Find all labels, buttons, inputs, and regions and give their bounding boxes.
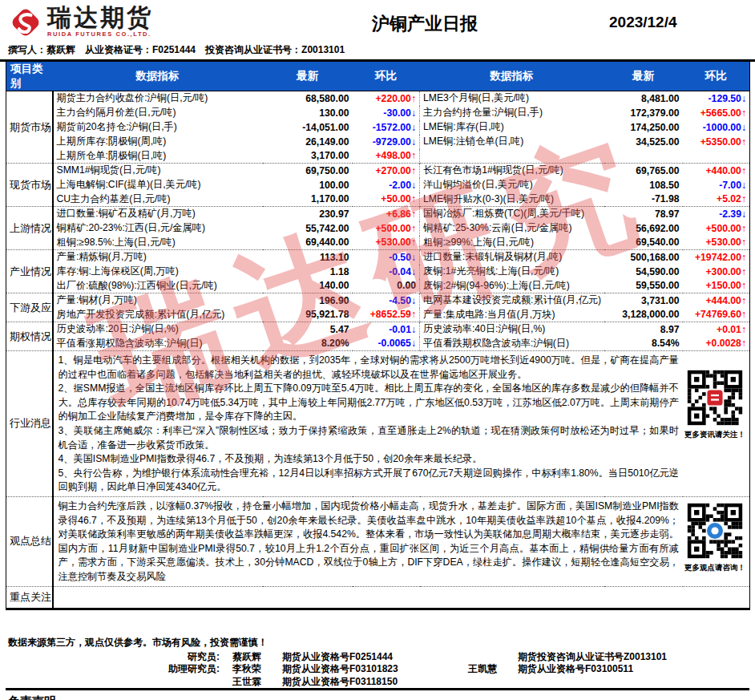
researcher-name: 王世霖	[232, 676, 282, 689]
table-row: 上海电解铜:CIF(提单)(日,美元/吨)100.00-2.00↓洋山铜均溢价(…	[6, 178, 750, 192]
change-value: +5665.00↑	[683, 106, 750, 120]
indicator-label: 上期所库存:阴极铜(周,吨)	[53, 135, 263, 149]
table-row: 期权情况历史波动率:20日:沪铜(日,%)5.47-0.01↓历史波动率:40日…	[6, 322, 750, 337]
indicator-label: 期货前20名持仓:沪铜(日,手)	[53, 120, 263, 135]
indicator-label: 历史波动率:40日:沪铜(日,%)	[420, 322, 604, 337]
indicator-label: CU主力合约基差(日,元/吨)	[53, 192, 263, 207]
researchers-block: 研究员:蔡跃辉期货从业资格号F0251444期货投资咨询从业证书号Z001310…	[136, 651, 755, 689]
indicator-label: 平值看跌期权隐含波动率:沪铜(日)	[420, 337, 604, 351]
latest-value: 130.00	[263, 106, 353, 120]
category-cell: 现货市场	[6, 164, 53, 207]
table-row: 上游情况进口数量:铜矿石及精矿(月,万吨)230.97+6.86↑国铜冶炼厂:粗…	[6, 207, 750, 221]
section-row: 观点总结铜主力合约先涨后跌，以涨幅0.37%报收，持仓量小幅增加，国内现货价格小…	[6, 496, 750, 586]
table-row: 平值看涨期权隐含波动率:沪铜(日)8.20%-0.0065↓平值看跌期权隐含波动…	[6, 337, 750, 351]
indicator-label: 产量:集成电路:当月值(月,万块)	[420, 308, 604, 322]
latest-value: 78.97	[604, 207, 683, 221]
latest-value: 113.10	[263, 250, 353, 265]
latest-value: 8,481.00	[604, 91, 683, 106]
researcher-cert2: 期货投资咨询从业证书号Z0013101	[518, 651, 755, 664]
table-row: 下游及应用产量:铜材(月,万吨)196.90-4.50↓电网基本建设投资完成额:…	[6, 293, 750, 308]
latest-value: 172,379.00	[604, 106, 683, 120]
latest-value: 500,168.00	[604, 250, 683, 265]
section-category: 观点总结	[6, 496, 53, 586]
qr-code-icon: 更多观点请咨询！	[683, 502, 747, 573]
section-category: 行业消息	[6, 351, 53, 497]
header-indicator-left: 数据指标	[53, 62, 263, 91]
table-header-row: 项目类别 数据指标 最新 环比 数据指标 最新 环比	[6, 62, 750, 91]
indicator-label: 国铜冶炼厂:粗炼费(TC)(周,美元/千吨)	[420, 207, 604, 221]
category-cell: 期权情况	[6, 322, 53, 351]
indicator-label: 房地产开发投资完成额:累计值(月,亿元)	[53, 308, 263, 322]
change-value: -2.00↓	[353, 178, 420, 192]
indicator-label: 上海电解铜:CIF(提单)(日,美元/吨)	[53, 178, 263, 192]
company-logo: 瑞达期货 RUIDA FUTURES CO.,LTD.	[8, 5, 240, 43]
header-change-left: 环比	[353, 62, 420, 91]
table-row: 库存:铜:上海保税区(周,万吨)1.18-0.04↓废铜:1#光亮铜线:上海(日…	[6, 265, 750, 279]
indicator-label: SMM1#铜现货(日,元/吨)	[53, 164, 263, 178]
change-value: +300.00↑	[683, 265, 750, 279]
table-row: 铜精矿:20-23%:江西(日,元/金属吨)55,742.00+500.00↑铜…	[6, 221, 750, 236]
researcher-cert: 期货从业资格号F0251444	[282, 651, 468, 664]
latest-value: 55,742.00	[263, 221, 353, 236]
change-value: +498.00↑	[353, 149, 420, 164]
section-paragraph: 铜主力合约先涨后跌，以涨幅0.37%报收，持仓量小幅增加，国内现货价格小幅走高，…	[59, 500, 680, 585]
latest-value: 230.97	[263, 207, 353, 221]
researcher-label: 助理研究员:	[136, 663, 232, 676]
latest-value: 56,692.00	[604, 221, 683, 236]
section-paragraph: 5、央行公告称，为维护银行体系流动性合理充裕，12月4日以利率招标方式开展了67…	[59, 467, 680, 495]
table-row: 产业情况产量:精炼铜(月,万吨)113.10-0.50↓进口数量:未锻轧铜及铜材…	[6, 250, 750, 265]
table-row: 期货前20名持仓:沪铜(日,手)-14,051.00-1572.00↓LME铜:…	[6, 120, 750, 135]
latest-value: 174,250.00	[604, 120, 683, 135]
table-row: 上期所库存:阴极铜(周,吨)26,149.00-9729.00↓LME铜:注销仓…	[6, 135, 750, 149]
change-value: -4.50↓	[353, 293, 420, 308]
indicator-label: 主力合约持仓量:沪铜(日,手)	[420, 106, 604, 120]
table-row: 房地产开发投资完成额:累计值(月,亿元)95,921.78+8652.59↑产量…	[6, 308, 750, 322]
change-value: +530.00↑	[683, 236, 750, 250]
researcher-name2	[468, 676, 518, 689]
indicator-label: LME铜:库存(日,吨)	[420, 120, 604, 135]
researcher-row: 研究员:蔡跃辉期货从业资格号F0251444期货投资咨询从业证书号Z001310…	[136, 651, 755, 664]
indicator-label: 铜精矿:20-23%:江西(日,元/金属吨)	[53, 221, 263, 236]
category-cell: 上游情况	[6, 207, 53, 250]
latest-value: 8.97	[604, 322, 683, 337]
researcher-label	[136, 676, 232, 689]
header-change-right: 环比	[683, 62, 750, 91]
change-value: -0.0065↓	[353, 337, 420, 351]
qr-code-icon: 更多资讯请关注！	[683, 369, 747, 440]
latest-value: 5.47	[263, 322, 353, 337]
latest-value	[604, 149, 683, 164]
latest-value: 100.00	[263, 178, 353, 192]
header-category: 项目类别	[6, 62, 53, 91]
change-value: -30.00↓	[353, 106, 420, 120]
indicator-label: 粗铜:≥99%:上海(日,元/吨)	[420, 236, 604, 250]
latest-value: 69,750.00	[263, 164, 353, 178]
researcher-cert2: 期货从业资格号F03100511	[518, 663, 755, 676]
change-value: -0.01↓	[353, 322, 420, 337]
latest-value: 54,590.00	[604, 265, 683, 279]
change-value: +0.0028↑	[683, 337, 750, 351]
disclaimer-title: 免责声明	[8, 694, 747, 700]
change-value: -1000.00↓	[683, 120, 750, 135]
change-value: +270.00↑	[353, 164, 420, 178]
section-paragraph: 1、铜是电动汽车的主要组成部分。根据相关机构的数据，到2035年，全球对铜的需求…	[59, 354, 680, 382]
change-value: +444.00↑	[683, 293, 750, 308]
header-latest-left: 最新	[263, 62, 353, 91]
change-value: +6.86↑	[353, 207, 420, 221]
researcher-name2: 王凯慧	[468, 663, 518, 676]
change-value: +74769.60↑	[683, 308, 750, 322]
table-row: 现货市场SMM1#铜现货(日,元/吨)69,750.00+270.00↑长江有色…	[6, 164, 750, 178]
researcher-name2	[468, 651, 518, 664]
indicator-label: 产量:铜材(月,万吨)	[53, 293, 263, 308]
category-cell: 期货市场	[6, 91, 53, 164]
latest-value: 69,765.00	[604, 164, 683, 178]
change-value: +500.00↑	[353, 221, 420, 236]
latest-value: 3,731.00	[604, 293, 683, 308]
change-value: +50.00↑	[353, 192, 420, 207]
section-row: 行业消息1、铜是电动汽车的主要组成部分。根据相关机构的数据，到2035年，全球对…	[6, 351, 750, 497]
indicator-label: 进口数量:铜矿石及精矿(月,万吨)	[53, 207, 263, 221]
indicator-label: 电网基本建设投资完成额:累计值(月,亿元)	[420, 293, 604, 308]
researcher-cert: 期货从业资格号F03118150	[282, 676, 468, 689]
table-row: 出厂价:硫酸(98%):江西铜业(日,元/吨)140.000.00废铜:2#铜(…	[6, 279, 750, 293]
latest-value: 59,550.00	[604, 279, 683, 293]
latest-value: 3,128,000.00	[604, 308, 683, 322]
